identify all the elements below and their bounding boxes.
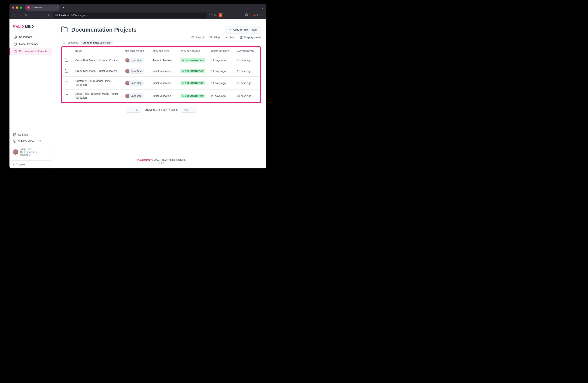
- owner-chip[interactable]: Jane Doe: [125, 69, 144, 74]
- sidebar-collapse[interactable]: « Collapse: [11, 160, 51, 166]
- sidebar-item-dashboard[interactable]: Dashboard: [9, 33, 52, 40]
- sidebar-item-documentation-projects[interactable]: Documentation Projects: [9, 48, 52, 55]
- toolbar-display-cards[interactable]: Display cards: [240, 36, 261, 39]
- created-date: 11 days ago: [209, 77, 234, 90]
- display-label: Display cards: [244, 36, 261, 39]
- tabs-dropdown-icon[interactable]: ⌄: [261, 6, 264, 9]
- window-close-button[interactable]: [12, 6, 14, 9]
- toolbar: Search Filter Sort Display cards: [61, 36, 261, 39]
- created-date: 11 days ago: [209, 55, 234, 66]
- status-badge: IN DOCUMENTATION: [181, 81, 205, 85]
- browser-urlbar: ◁ ▷ ↻ ⓘ localhost:3000/projects V1 ⛶ Upd: [9, 11, 266, 19]
- sort-chip[interactable]: Creation date: Latest first: [81, 40, 113, 45]
- sort-arrows-icon: [63, 41, 65, 44]
- external-link-icon: [39, 140, 41, 142]
- toolbar-sort[interactable]: Sort: [225, 36, 235, 39]
- bookmark-icon[interactable]: [47, 14, 51, 17]
- search-label: Search: [196, 36, 205, 39]
- col-type[interactable]: PROJECT TYPE: [150, 47, 178, 55]
- updated-date: 11 days ago: [234, 77, 260, 90]
- col-name[interactable]: NAME: [73, 47, 122, 55]
- table-row[interactable]: Customer Churn Model - Initial Validatio…: [62, 77, 260, 90]
- sort-chip-val: Latest first: [99, 41, 111, 44]
- toolbar-filter[interactable]: Filter: [210, 36, 220, 39]
- responsive-icon[interactable]: [209, 13, 212, 17]
- svg-line-12: [40, 140, 41, 141]
- project-name: Customer Churn Model - Initial Validatio…: [73, 77, 122, 90]
- owner-chip[interactable]: Jane Doe: [125, 80, 144, 86]
- site-info-icon[interactable]: ⓘ: [55, 13, 58, 17]
- sidebar-item-model-inventory[interactable]: Model Inventory: [9, 40, 52, 48]
- nav-forward-icon[interactable]: ▷: [18, 13, 21, 17]
- create-project-button[interactable]: ＋ Create new Project: [225, 26, 261, 34]
- table-row[interactable]: Stock Price Prediction Model - Initial V…: [62, 90, 260, 102]
- app-viewport: V ALID MIND Dashboard Model Inventory Do…: [9, 19, 266, 168]
- browser-update-button[interactable]: Update ☰: [250, 13, 264, 17]
- user-name: Jane Doe: [20, 147, 44, 151]
- avatar: [13, 149, 18, 154]
- svg-point-13: [192, 36, 194, 38]
- hamburger-icon: ☰: [260, 14, 262, 17]
- table-row[interactable]: Credit Risk Model - Initial Validation J…: [62, 66, 260, 77]
- fullscreen-icon[interactable]: ⛶: [241, 14, 243, 17]
- update-label: Update: [252, 14, 259, 17]
- close-tab-icon[interactable]: ×: [56, 6, 58, 9]
- updated-date: 20 days ago: [234, 90, 260, 102]
- page-header: Documentation Projects ＋ Create new Proj…: [61, 26, 261, 34]
- updated-date: 11 days ago: [234, 55, 260, 66]
- updated-date: 11 days ago: [234, 66, 260, 77]
- col-owner[interactable]: PROJECT OWNER: [122, 47, 150, 55]
- project-name: Stock Price Prediction Model - Initial V…: [73, 90, 122, 102]
- col-updated[interactable]: LAST UPDATED: [234, 47, 260, 55]
- documents-icon: [13, 50, 17, 53]
- window-maximize-button[interactable]: [20, 6, 22, 9]
- svg-rect-22: [240, 38, 241, 38]
- arrow-right-icon: →: [190, 108, 193, 111]
- folder-icon: [64, 60, 68, 63]
- projects-table: NAME PROJECT OWNER PROJECT TYPE PROJECT …: [62, 47, 260, 102]
- user-menu-icon[interactable]: ⋮: [46, 150, 49, 154]
- sidebar-settings[interactable]: Settings: [11, 132, 51, 138]
- url-input[interactable]: ⓘ localhost:3000/projects: [53, 13, 207, 18]
- svg-rect-21: [241, 38, 242, 38]
- owner-chip[interactable]: Jane Doe: [125, 93, 144, 99]
- owner-name: Jane Doe: [131, 95, 142, 97]
- svg-marker-15: [210, 36, 212, 38]
- nav-back-icon[interactable]: ◁: [12, 13, 16, 17]
- new-tab-button[interactable]: +: [61, 6, 66, 10]
- filter-label: Filter: [214, 36, 220, 39]
- sidebar-user[interactable]: Jane Doe Customer Admin, Developer ⋮: [11, 146, 51, 159]
- filter-icon: [210, 36, 212, 39]
- owner-chip[interactable]: Jane Doe: [125, 58, 144, 63]
- info-icon: [13, 139, 16, 143]
- prev-label: Prev: [133, 108, 138, 111]
- folder-icon: [64, 70, 68, 74]
- sidebar-bottom: Settings ValidMind Docs Jane Doe Custome…: [9, 132, 52, 166]
- extensions-icon[interactable]: [245, 13, 248, 17]
- svg-rect-19: [240, 36, 241, 37]
- col-created[interactable]: CREATION DATE: [209, 47, 234, 55]
- settings-label: Settings: [18, 133, 28, 136]
- table-row[interactable]: Credit Risk Model - Periodic Review Jane…: [62, 55, 260, 66]
- window-minimize-button[interactable]: [16, 6, 18, 9]
- search-icon: [191, 36, 194, 39]
- sidebar-item-label: Documentation Projects: [19, 50, 47, 53]
- browser-tab[interactable]: V ValidMind ×: [25, 4, 60, 11]
- brand-logo[interactable]: V ALID MIND: [9, 22, 52, 33]
- brave-shields-icon[interactable]: V1: [219, 13, 222, 17]
- avatar: [125, 69, 129, 73]
- sidebar-docs[interactable]: ValidMind Docs: [11, 138, 51, 144]
- next-button[interactable]: Next →: [181, 107, 196, 113]
- folder-icon: [64, 82, 68, 85]
- owner-name: Jane Doe: [131, 70, 142, 73]
- col-status[interactable]: PROJECT STATUS: [178, 47, 209, 55]
- sort-icon: [225, 36, 228, 39]
- create-label: Create new Project: [233, 28, 257, 31]
- nav-reload-icon[interactable]: ↻: [24, 13, 28, 17]
- toolbar-search[interactable]: Search: [191, 36, 205, 39]
- svg-point-8: [14, 134, 15, 135]
- owner-name: Jane Doe: [131, 59, 142, 62]
- prev-button[interactable]: ← Prev: [126, 107, 141, 113]
- collapse-label: Collapse: [16, 163, 25, 166]
- share-icon[interactable]: [214, 14, 217, 17]
